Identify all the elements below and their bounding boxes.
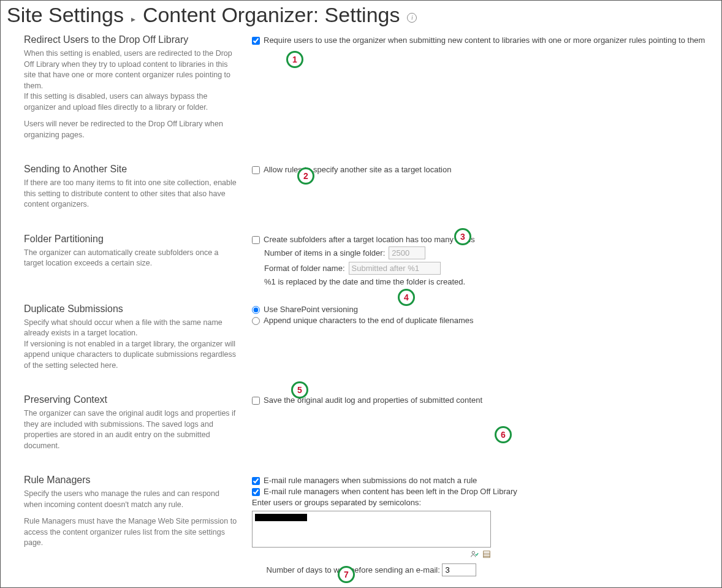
redirect-checkbox[interactable] — [252, 37, 260, 45]
page-title: Content Organizer: Settings — [143, 3, 400, 27]
duplicate-desc-2: If versioning is not enabled in a target… — [24, 339, 240, 372]
annotation-3: 3 — [454, 228, 471, 245]
managers-days-input[interactable] — [442, 563, 476, 576]
section-redirect: Redirect Users to the Drop Off Library W… — [7, 34, 721, 147]
sending-desc: If there are too many items to fit into … — [24, 178, 240, 210]
folder-note: %1 is replaced by the date and time the … — [264, 277, 714, 286]
redirect-checkbox-label: Require users to use the organizer when … — [264, 36, 705, 45]
redirect-title: Redirect Users to the Drop Off Library — [24, 34, 240, 45]
annotation-5: 5 — [291, 381, 308, 399]
folder-desc: The organizer can automatically create s… — [24, 248, 240, 269]
people-chip-redacted — [255, 514, 307, 521]
folder-checkbox[interactable] — [252, 236, 260, 244]
breadcrumb-separator: ▸ — [129, 14, 138, 24]
browse-people-icon[interactable] — [482, 550, 491, 559]
managers-desc-1: Specify the users who manage the rules a… — [24, 489, 240, 510]
managers-cb-dropoff-label: E-mail rule managers when content has be… — [264, 487, 517, 496]
preserve-desc: The organizer can save the original audi… — [24, 408, 240, 451]
check-names-icon[interactable] — [470, 550, 479, 559]
managers-picker-label: Enter users or groups separated by semic… — [252, 498, 714, 507]
preserve-checkbox[interactable] — [252, 397, 260, 405]
redirect-desc-2: If this setting is disabled, users can a… — [24, 91, 240, 113]
duplicate-radio-append[interactable] — [252, 317, 260, 325]
managers-desc-2: Rule Managers must have the Manage Web S… — [24, 516, 240, 549]
duplicate-title: Duplicate Submissions — [24, 304, 240, 315]
folder-format-label: Format of folder name: — [264, 264, 345, 273]
folder-checkbox-label: Create subfolders after a target locatio… — [264, 235, 475, 244]
annotation-1: 1 — [286, 51, 303, 68]
duplicate-desc-1: Specify what should occur when a file wi… — [24, 318, 240, 339]
managers-cb-nomatch[interactable] — [252, 477, 260, 485]
preserve-title: Preserving Context — [24, 394, 240, 405]
annotation-2: 2 — [297, 167, 314, 185]
sending-checkbox[interactable] — [252, 166, 260, 174]
redirect-desc-1: When this setting is enabled, users are … — [24, 48, 240, 91]
managers-people-input[interactable] — [252, 511, 491, 548]
annotation-4: 4 — [398, 289, 415, 306]
svg-point-0 — [472, 551, 474, 554]
sending-checkbox-label: Allow rules to specify another site as a… — [264, 165, 451, 174]
section-duplicate: Duplicate Submissions Specify what shoul… — [7, 304, 721, 378]
folder-format-input[interactable] — [349, 262, 441, 275]
duplicate-radio-append-label: Append unique characters to the end of d… — [264, 316, 474, 325]
managers-cb-dropoff[interactable] — [252, 488, 260, 496]
redirect-desc-3: Users will never be redirected to the Dr… — [24, 119, 240, 140]
duplicate-radio-versioning[interactable] — [252, 306, 260, 314]
annotation-7: 7 — [338, 566, 355, 583]
section-sending: Sending to Another Site If there are too… — [7, 164, 721, 216]
duplicate-radio-versioning-label: Use SharePoint versioning — [264, 305, 358, 314]
breadcrumb-root[interactable]: Site Settings — [7, 3, 124, 27]
folder-title: Folder Partitioning — [24, 234, 240, 245]
page-header: Site Settings ▸ Content Organizer: Setti… — [1, 1, 721, 34]
section-folder: Folder Partitioning The organizer can au… — [7, 234, 721, 286]
folder-num-input[interactable] — [389, 246, 425, 259]
managers-cb-nomatch-label: E-mail rule managers when submissions do… — [264, 476, 477, 485]
annotation-6: 6 — [495, 426, 512, 443]
folder-num-label: Number of items in a single folder: — [264, 248, 385, 258]
sending-title: Sending to Another Site — [24, 164, 240, 175]
section-managers: Rule Managers Specify the users who mana… — [7, 475, 721, 576]
info-icon[interactable]: i — [407, 13, 417, 23]
section-preserve: Preserving Context The organizer can sav… — [7, 394, 721, 457]
managers-title: Rule Managers — [24, 475, 240, 486]
